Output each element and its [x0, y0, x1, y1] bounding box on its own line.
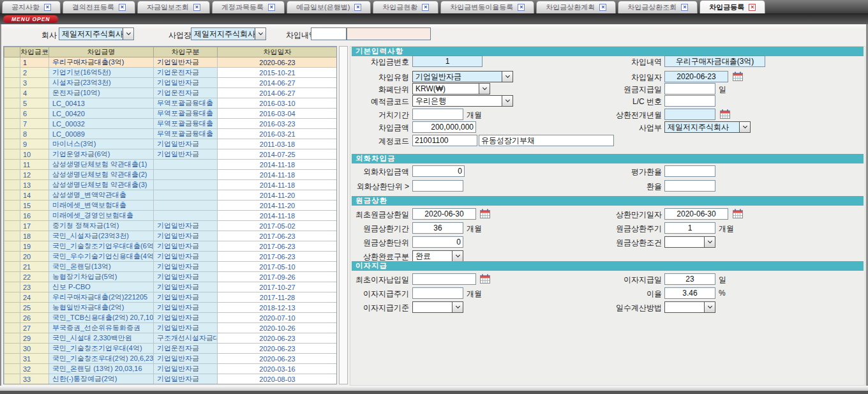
table-row[interactable]: 23신보 P-CBO기업일반자금2017-10-27: [4, 282, 338, 292]
maturity-date-input[interactable]: [664, 208, 728, 220]
repay-ym-input[interactable]: [664, 109, 715, 120]
menu-open-button[interactable]: MENU OPEN: [3, 15, 58, 23]
tab-자금일보조회[interactable]: 자금일보조회×: [137, 1, 210, 13]
table-row[interactable]: 26국민_TCB신용대출(2억) 20,7,10기업일반자금2020-07-10: [4, 313, 338, 323]
table-row[interactable]: 12삼성생명단체보험 약관대출(2)2014-11-18: [4, 170, 338, 180]
calendar-icon[interactable]: [733, 72, 743, 81]
menu-bar: MENU OPEN: [0, 14, 868, 24]
table-row[interactable]: 8LC_00089무역포괄금융대출2016-03-21: [4, 129, 338, 139]
table-row[interactable]: 18국민_시설자금(23억3천)기업일반자금2017-06-23: [4, 231, 338, 241]
interest-basis-select[interactable]: [412, 301, 463, 313]
table-row[interactable]: 15미래에셋_변액보험대출2014-11-20: [4, 201, 338, 211]
cell-code: 16: [20, 211, 49, 221]
table-row[interactable]: 16미래에셋_경영인보험대출2014-11-18: [4, 211, 338, 221]
close-icon[interactable]: ×: [354, 4, 361, 11]
table-row[interactable]: 13삼성생명단체보험 약관대출(3)2014-11-18: [4, 180, 338, 190]
account-name-input[interactable]: [479, 135, 614, 146]
table-row[interactable]: 22농협장기차입금(5억)기업일반자금2017-09-26: [4, 272, 338, 282]
loan-desc-search-input[interactable]: [311, 27, 347, 40]
table-row[interactable]: 14삼성생명_변액약관대출2014-11-20: [4, 190, 338, 201]
principal-pay-day-input[interactable]: [664, 83, 715, 95]
table-row[interactable]: 30국민_기술창조기업우대(4억)기업운전자금2020-06-23: [4, 344, 338, 354]
calendar-icon[interactable]: [480, 274, 490, 284]
table-row[interactable]: 24우리구매자금대출(2억)221205기업일반자금2017-11-28: [4, 292, 338, 303]
interest-cycle-input[interactable]: [412, 287, 463, 299]
cell-type: 무역포괄금융대출: [154, 109, 218, 119]
table-row[interactable]: 2기업기보(16억5천)기업운전자금2015-10-21: [4, 68, 338, 78]
currency-select[interactable]: KRW(₩): [412, 83, 490, 95]
table-row[interactable]: 32국민_온랜딩 (13억) 20,03,16기업일반자금2020-03-16: [4, 364, 338, 374]
table-row[interactable]: 7LC_00032무역포괄금융대출2016-03-23: [4, 119, 338, 129]
eval-rate-input[interactable]: [664, 165, 715, 177]
close-icon[interactable]: ×: [119, 4, 126, 11]
tab-공지사항[interactable]: 공지사항×: [2, 1, 61, 13]
close-icon[interactable]: ×: [268, 4, 275, 11]
first-repay-date-input[interactable]: [412, 208, 476, 220]
company-select[interactable]: 제일저지주식회사: [59, 27, 134, 40]
table-row[interactable]: 27부국증권_선순위유동화증권기업일반자금2020-10-26: [4, 323, 338, 333]
close-icon[interactable]: ×: [599, 4, 606, 11]
table-row[interactable]: 11삼성생명단체보험 약관대출(1)2014-11-18: [4, 160, 338, 170]
close-icon[interactable]: ×: [749, 4, 756, 11]
calendar-icon[interactable]: [480, 209, 490, 218]
cell-type: [154, 180, 218, 190]
tab-결의전표등록[interactable]: 결의전표등록×: [63, 1, 135, 13]
repay-cycle-input[interactable]: [664, 222, 715, 234]
tab-차입금현황[interactable]: 차입금현황×: [373, 1, 438, 13]
site-select[interactable]: 제일저지주식회사: [191, 27, 266, 40]
day-count-method-select[interactable]: [664, 301, 715, 313]
close-icon[interactable]: ×: [422, 4, 429, 11]
exchange-rate-input[interactable]: [664, 180, 715, 192]
account-code-input[interactable]: [412, 135, 477, 146]
table-row[interactable]: 29국민_시설대 2,330백만원구조개선시설자금대출2020-06-23: [4, 333, 338, 344]
fx-repay-unit-input[interactable]: [412, 180, 463, 192]
repay-unit-input[interactable]: [412, 236, 463, 248]
table-row[interactable]: 9마이너스(3억)기업일반자금2011-03-18: [4, 139, 338, 149]
tab-차입금상환계획[interactable]: 차입금상환계획×: [536, 1, 616, 13]
table-row[interactable]: 3시설자금(23억3천)기업일반자금2014-06-27: [4, 78, 338, 88]
loan-date-input[interactable]: [664, 71, 728, 82]
deposit-code-select[interactable]: 우리은행: [412, 95, 513, 107]
repay-condition-select[interactable]: [664, 236, 715, 248]
table-row[interactable]: 34농협USANCE무역포괄금융대출2020-01-01: [4, 384, 338, 385]
table-row[interactable]: 10기업운영자금(6억)기업일반자금2014-07-25: [4, 149, 338, 160]
loan-desc-search-input2[interactable]: [347, 27, 431, 40]
loan-desc-input[interactable]: [664, 56, 765, 67]
tab-차입금상환조회[interactable]: 차입금상환조회×: [618, 1, 698, 13]
division-select[interactable]: 제일저지주식회사: [664, 121, 751, 133]
close-icon[interactable]: ×: [681, 4, 688, 11]
table-scrollbar[interactable]: [339, 46, 348, 384]
grace-period-input[interactable]: [412, 109, 463, 120]
calendar-icon[interactable]: [733, 209, 743, 218]
table-row[interactable]: 21국민_온랜딩(13억)기업일반자금2017-05-10: [4, 262, 338, 272]
repay-period-input[interactable]: [412, 222, 463, 234]
close-icon[interactable]: ×: [44, 4, 51, 11]
close-icon[interactable]: ×: [193, 4, 200, 11]
cell-name: 국민_TCB신용대출(2억) 20,7,10: [49, 313, 154, 323]
first-interest-date-input[interactable]: [412, 273, 476, 285]
calendar-icon[interactable]: [720, 109, 730, 119]
close-icon[interactable]: ×: [518, 4, 525, 11]
tab-계정과목등록[interactable]: 계정과목등록×: [212, 1, 285, 13]
tab-예금일보(은행별)[interactable]: 예금일보(은행별)×: [287, 1, 371, 13]
interest-pay-day-input[interactable]: [664, 273, 715, 285]
complete-status-select[interactable]: 완료: [412, 250, 463, 262]
table-row[interactable]: 6LC_00420무역포괄금융대출2016-03-04: [4, 109, 338, 119]
loan-amount-input[interactable]: [412, 121, 476, 133]
table-row[interactable]: 31국민_기술창조우대(2억) 20,6,23기업일반자금2020-06-23: [4, 354, 338, 364]
loan-no-input[interactable]: [412, 56, 483, 67]
loan-type-select[interactable]: 기업일반자금: [412, 71, 513, 82]
table-row[interactable]: 19국민_기술창조기업우대대출(6억)기업일반자금2017-06-23: [4, 241, 338, 252]
table-row[interactable]: 1우리구매자금대출(3억)기업일반자금2020-06-23: [4, 57, 338, 68]
table-row[interactable]: 17중기청 정책자금(1억)기업일반자금2017-05-02: [4, 221, 338, 231]
lc-no-input[interactable]: [664, 95, 715, 107]
table-row[interactable]: 20국민_우수기술기업신용대출(4억)기업일반자금2017-06-23: [4, 252, 338, 262]
tab-차입금변동이율등록[interactable]: 차입금변동이율등록×: [440, 1, 534, 13]
interest-rate-input[interactable]: [664, 287, 715, 299]
table-row[interactable]: 25농협일반자금대출(2억)기업일반자금2018-12-13: [4, 303, 338, 313]
table-row[interactable]: 33신한(-)통장예금(2억)기업일반자금2020-08-03: [4, 374, 338, 384]
tab-차입금등록[interactable]: 차입금등록×: [700, 0, 765, 13]
fx-amount-input[interactable]: [412, 165, 465, 177]
table-row[interactable]: 5LC_00413무역포괄금융대출2016-03-10: [4, 98, 338, 109]
table-row[interactable]: 4운전자금(10억)기업운전자금2014-06-27: [4, 88, 338, 98]
